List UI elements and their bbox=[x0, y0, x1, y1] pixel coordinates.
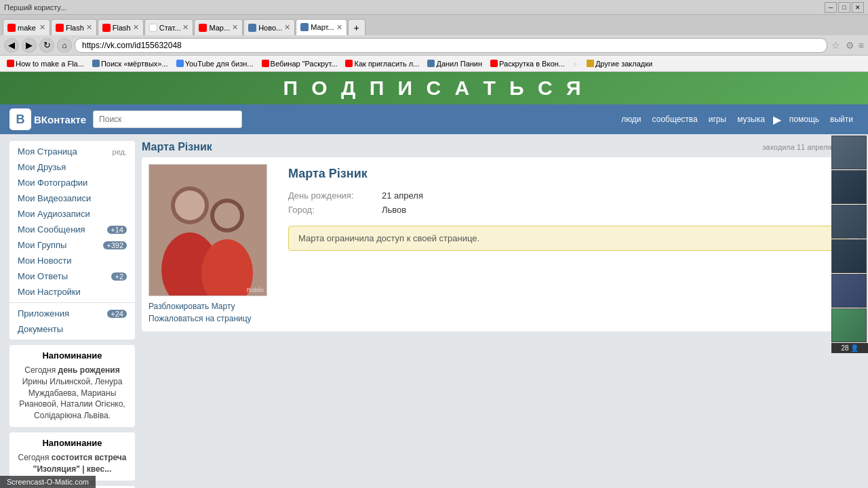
new-tab-button[interactable]: + bbox=[348, 19, 366, 35]
sidebar-item-apps[interactable]: Приложения +24 bbox=[9, 306, 135, 321]
back-button[interactable]: ◀ bbox=[4, 38, 19, 53]
svg-point-6 bbox=[214, 203, 240, 228]
vk-nav-people[interactable]: люди bbox=[616, 112, 646, 127]
tab-1[interactable]: make ✕ bbox=[3, 19, 50, 35]
tab-6[interactable]: Ново... ✕ bbox=[243, 19, 295, 35]
tab-3[interactable]: Flash ✕ bbox=[98, 19, 144, 35]
bookmark-label-3: YouTube для бизн... bbox=[185, 60, 254, 68]
vk-nav-logout[interactable]: выйти bbox=[825, 112, 859, 127]
tab-close-2[interactable]: ✕ bbox=[86, 23, 92, 32]
tab-close-6[interactable]: ✕ bbox=[284, 23, 290, 32]
report-link[interactable]: Пожаловаться на страницу bbox=[149, 312, 277, 325]
vk-search-input[interactable] bbox=[93, 110, 242, 128]
tab-close-3[interactable]: ✕ bbox=[133, 23, 139, 32]
unblock-link[interactable]: Разблокировать Марту bbox=[149, 300, 277, 312]
city-row: Город: Львов bbox=[288, 205, 848, 215]
vk-content: Моя Страница ред. Мои Друзья Мои Фотогра… bbox=[0, 134, 868, 488]
sidebar-item-docs[interactable]: Документы bbox=[9, 321, 135, 337]
bookmark-4[interactable]: Вебинар "Раскрут... bbox=[259, 59, 340, 68]
reminder2-title: Напоминание bbox=[16, 438, 128, 448]
sidebar-docs-label: Документы bbox=[18, 324, 63, 334]
bookmark-1[interactable]: How to make a Fla... bbox=[4, 59, 87, 68]
bookmarks-bar: How to make a Fla... Поиск «мёртвых»... … bbox=[0, 56, 868, 72]
sidebar-apps-label: Приложения bbox=[18, 308, 69, 319]
bookmark-label-5: Как пригласить л... bbox=[354, 60, 419, 68]
vk-logo-text: ВКонтакте bbox=[34, 114, 86, 125]
sidebar-item-mypage[interactable]: Моя Страница ред. bbox=[9, 144, 135, 159]
maximize-button[interactable]: □ bbox=[838, 2, 850, 13]
tab-favicon-6 bbox=[248, 24, 256, 32]
bookmark-favicon-1 bbox=[7, 60, 14, 67]
vk-nav-more-icon[interactable]: ▶ bbox=[770, 110, 784, 129]
sidebar-item-friends[interactable]: Мои Друзья bbox=[9, 159, 135, 175]
tab-close-7[interactable]: ✕ bbox=[336, 23, 342, 32]
sidebar-item-videos[interactable]: Мои Видеозаписи bbox=[9, 190, 135, 206]
subscribe-text: П О Д П И С А Т Ь С Я bbox=[283, 77, 585, 100]
bookmark-folder[interactable]: Другие закладки bbox=[584, 59, 655, 68]
wrench-icon[interactable]: ⚙ bbox=[844, 39, 856, 52]
sidebar-item-photos[interactable]: Мои Фотографии bbox=[9, 175, 135, 190]
thumb-5[interactable] bbox=[831, 274, 867, 308]
birthday-value: 21 апреля bbox=[382, 190, 423, 201]
sidebar-mypage-edit[interactable]: ред. bbox=[113, 148, 127, 156]
vk-nav-communities[interactable]: сообщества bbox=[647, 112, 703, 127]
sidebar-item-groups[interactable]: Мои Группы +392 bbox=[9, 237, 135, 253]
tab-close-1[interactable]: ✕ bbox=[39, 23, 45, 32]
thumb-3[interactable] bbox=[831, 205, 867, 239]
tab-close-4[interactable]: ✕ bbox=[182, 23, 189, 32]
subscribe-banner[interactable]: П О Д П И С А Т Ь С Я bbox=[0, 72, 868, 104]
profile-photo-column: Roblin Разблокировать Марту Пожаловаться… bbox=[149, 164, 277, 325]
vk-header: В ВКонтакте люди сообщества игры музыка … bbox=[0, 104, 868, 134]
forward-button[interactable]: ▶ bbox=[22, 38, 37, 53]
window-controls[interactable]: ─ □ ✕ bbox=[825, 2, 864, 13]
thumb-6[interactable] bbox=[831, 308, 867, 342]
thumb-1[interactable] bbox=[831, 136, 867, 169]
bookmark-7[interactable]: Раскрутка в Вкон... bbox=[488, 59, 568, 68]
tab-favicon-1 bbox=[7, 24, 16, 32]
bookmark-label-7: Раскрутка в Вкон... bbox=[499, 60, 565, 68]
sidebar-item-news[interactable]: Мои Новости bbox=[9, 253, 135, 268]
sidebar-item-messages[interactable]: Мои Сообщения +14 bbox=[9, 222, 135, 237]
address-input[interactable] bbox=[75, 38, 827, 53]
refresh-button[interactable]: ↻ bbox=[39, 38, 54, 53]
profile-header-name: Марта Різник bbox=[142, 141, 212, 153]
bookmark-3[interactable]: YouTube для бизн... bbox=[174, 59, 256, 68]
bookmark-folder-label: Другие закладки bbox=[595, 60, 652, 68]
profile-photo-svg bbox=[149, 165, 267, 296]
menu-icon[interactable]: ≡ bbox=[859, 40, 864, 51]
tab-5[interactable]: Мар... ✕ bbox=[194, 19, 243, 35]
sidebar-friends-label: Мои Друзья bbox=[18, 162, 66, 172]
tab-7-active[interactable]: Март... ✕ bbox=[296, 19, 347, 35]
bookmarks-separator: » bbox=[570, 60, 580, 68]
vk-nav-help[interactable]: помощь bbox=[784, 112, 825, 127]
right-thumbnails: 28 👤 bbox=[831, 136, 868, 353]
bookmark-2[interactable]: Поиск «мёртвых»... bbox=[90, 59, 171, 68]
bookmark-favicon-4 bbox=[262, 60, 269, 67]
bookmark-label-6: Данил Панин bbox=[436, 60, 482, 68]
star-icon[interactable]: ☆ bbox=[830, 39, 842, 52]
svg-point-5 bbox=[175, 190, 205, 220]
tab-2[interactable]: Flash ✕ bbox=[51, 19, 97, 35]
sidebar-menu: Моя Страница ред. Мои Друзья Мои Фотогра… bbox=[9, 141, 135, 340]
home-button[interactable]: ⌂ bbox=[57, 38, 72, 53]
bookmark-6[interactable]: Данил Панин bbox=[425, 59, 485, 68]
tab-close-5[interactable]: ✕ bbox=[232, 23, 238, 32]
vk-nav-music[interactable]: музыка bbox=[732, 112, 770, 127]
thumb-4[interactable] bbox=[831, 239, 867, 273]
sidebar-item-audio[interactable]: Мои Аудиозаписи bbox=[9, 206, 135, 222]
close-window-button[interactable]: ✕ bbox=[852, 2, 864, 13]
tab-label-7: Март... bbox=[311, 23, 334, 31]
bookmark-favicon-6 bbox=[427, 60, 435, 67]
minimize-button[interactable]: ─ bbox=[825, 2, 837, 13]
vk-nav-games[interactable]: игры bbox=[703, 112, 732, 127]
photo-watermark: Roblin bbox=[246, 287, 264, 293]
tab-favicon-3 bbox=[102, 24, 111, 32]
tab-4[interactable]: Стат... ✕ bbox=[144, 19, 194, 35]
sidebar-item-answers[interactable]: Мои Ответы +2 bbox=[9, 268, 135, 284]
thumb-counter[interactable]: 28 👤 bbox=[831, 343, 868, 353]
title-bar: Перший користу... ─ □ ✕ bbox=[0, 0, 868, 15]
bookmark-5[interactable]: Как пригласить л... bbox=[342, 59, 422, 68]
vk-logo[interactable]: В ВКонтакте bbox=[9, 108, 86, 130]
thumb-2[interactable] bbox=[831, 170, 867, 204]
sidebar-item-settings[interactable]: Мои Настройки bbox=[9, 284, 135, 300]
